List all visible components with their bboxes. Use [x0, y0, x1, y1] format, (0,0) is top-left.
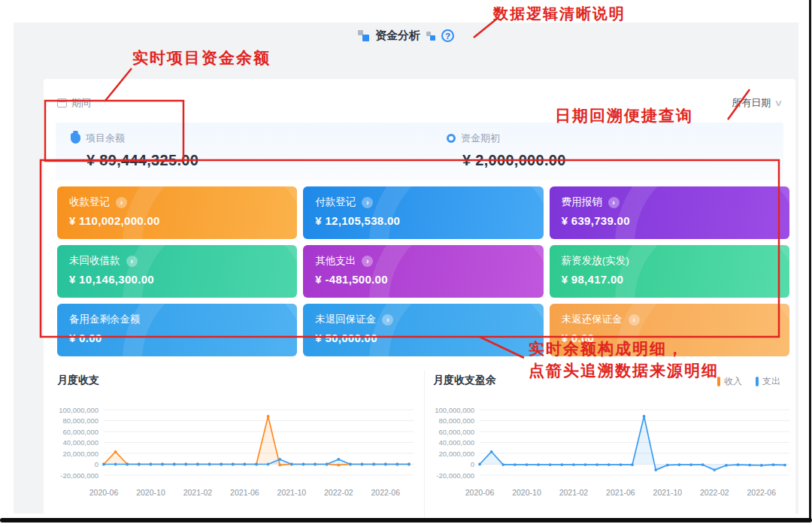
kpi-card-label: 未回收借款 — [69, 254, 120, 268]
annotation-detail-line2: 点箭头追溯数据来源明细 — [529, 360, 719, 381]
calendar-icon — [57, 98, 67, 108]
period-label: 期间 — [71, 96, 91, 110]
trace-arrow-icon[interactable]: › — [629, 314, 640, 326]
svg-text:2022-02: 2022-02 — [324, 488, 353, 497]
svg-text:0: 0 — [95, 460, 98, 468]
kpi-card-label: 薪资发放(实发) — [562, 254, 629, 268]
fund-analysis-card: 期间 所有日期 ∨ 项目余额 ¥ 89,444,325.00 资金期初 ¥ — [44, 79, 795, 527]
initial-fund-value: ¥ 2,000,000.00 — [462, 152, 566, 169]
annotation-data-logic: 数据逻辑清晰说明 — [493, 4, 626, 24]
svg-text:2021-02: 2021-02 — [559, 488, 589, 497]
kpi-card[interactable]: 未退回保证金›¥ 50,000.00 — [303, 304, 543, 356]
monthly-surplus-chart: 100,000,00080,000,00060,000,00040,000,00… — [433, 395, 792, 507]
kpi-card-value: ¥ -481,500.00 — [315, 273, 531, 286]
trace-arrow-icon[interactable]: › — [362, 197, 373, 208]
svg-text:2020-06: 2020-06 — [89, 488, 119, 497]
svg-text:2021-10: 2021-10 — [277, 488, 307, 497]
squares-icon — [358, 30, 369, 41]
window-border-right — [809, 0, 811, 519]
chart-title-monthly-surplus: 月度收支盈余 — [433, 374, 496, 387]
svg-text:2021-06: 2021-06 — [606, 488, 635, 497]
kpi-card-label: 其他支出 — [315, 254, 356, 268]
kpi-card[interactable]: 其他支出›¥ -481,500.00 — [303, 245, 543, 298]
dashboard-page: 资金分析 ? 期间 所有日期 ∨ 项目余额 ¥ 89,444,325.00 — [14, 23, 798, 513]
annotation-detail-line1: 实时余额构成明细， — [529, 338, 684, 359]
date-filter-dropdown[interactable]: 所有日期 ∨ — [732, 96, 782, 110]
kpi-card-label: 付款登记 — [315, 195, 356, 209]
squares-icon — [426, 32, 435, 41]
kpi-card-label: 未退回保证金 — [315, 313, 376, 326]
kpi-card-value: ¥ 639,739.00 — [562, 214, 777, 227]
kpi-card[interactable]: 薪资发放(实发)¥ 98,417.00 — [550, 245, 789, 298]
svg-text:2022-06: 2022-06 — [371, 488, 400, 497]
project-balance-value: ¥ 89,444,325.00 — [86, 152, 198, 169]
initial-fund-block: 资金期初 ¥ 2,000,000.00 — [447, 132, 566, 169]
kpi-card-value: ¥ 110,002,000.00 — [69, 214, 285, 227]
svg-text:2021-06: 2021-06 — [230, 488, 259, 497]
svg-text:2022-02: 2022-02 — [700, 488, 729, 497]
trace-arrow-icon[interactable]: › — [362, 256, 373, 267]
page-title: 资金分析 — [375, 29, 420, 43]
svg-text:2020-10: 2020-10 — [512, 488, 541, 497]
kpi-card-value: ¥ 98,417.00 — [562, 273, 777, 286]
legend-income-label: 收入 — [724, 375, 742, 388]
period-label-group: 期间 — [57, 96, 91, 110]
kpi-grid: 收款登记›¥ 110,002,000.00付款登记›¥ 12,105,538.0… — [57, 186, 789, 356]
annotation-date-query: 日期回溯便捷查询 — [555, 105, 693, 126]
trace-arrow-icon[interactable]: › — [382, 314, 393, 326]
kpi-card-value: ¥ 10,146,300.00 — [69, 273, 285, 286]
kpi-card-label: 收款登记 — [69, 195, 110, 209]
kpi-card-value: ¥ 50,000.00 — [315, 332, 531, 344]
kpi-card-label: 费用报销 — [562, 195, 602, 209]
chart-divider — [424, 371, 425, 517]
monthly-surplus-chart-svg: 100,000,00080,000,00060,000,00040,000,00… — [433, 395, 792, 507]
chevron-down-icon: ∨ — [774, 98, 783, 108]
monthly-flow-chart: 100,000,00080,000,00060,000,00040,000,00… — [57, 395, 417, 507]
chart-title-monthly-flow: 月度收支 — [57, 374, 99, 387]
svg-text:-20,000,000: -20,000,000 — [436, 471, 474, 480]
kpi-card-value: ¥ 0.00 — [69, 332, 285, 344]
legend-item-expense[interactable]: 支出 — [756, 375, 780, 388]
summary-banner: 项目余额 ¥ 89,444,325.00 资金期初 ¥ 2,000,000.00 — [56, 123, 783, 180]
svg-text:40,000,000: 40,000,000 — [62, 438, 98, 447]
project-balance-block: 项目余额 ¥ 89,444,325.00 — [71, 132, 198, 169]
money-bag-icon — [71, 133, 80, 144]
kpi-card-value: ¥ 12,105,538.00 — [315, 214, 531, 227]
svg-text:2020-06: 2020-06 — [465, 488, 495, 497]
kpi-card[interactable]: 付款登记›¥ 12,105,538.00 — [303, 186, 543, 239]
trace-arrow-icon[interactable]: › — [126, 256, 138, 267]
svg-text:60,000,000: 60,000,000 — [62, 428, 98, 436]
monthly-flow-chart-svg: 100,000,00080,000,00060,000,00040,000,00… — [57, 395, 417, 507]
kpi-card[interactable]: 收款登记›¥ 110,002,000.00 — [57, 186, 297, 239]
svg-text:80,000,000: 80,000,000 — [62, 416, 98, 425]
kpi-card[interactable]: 费用报销›¥ 639,739.00 — [550, 186, 789, 239]
svg-text:2020-10: 2020-10 — [136, 488, 165, 497]
trace-arrow-icon[interactable]: › — [116, 197, 127, 208]
svg-text:2021-02: 2021-02 — [183, 488, 213, 497]
expense-swatch-icon — [756, 377, 759, 386]
kpi-card[interactable]: 备用金剩余金额¥ 0.00 — [57, 304, 297, 356]
page-header: 资金分析 ? — [14, 29, 798, 43]
svg-text:0: 0 — [471, 460, 474, 468]
kpi-card-label: 未返还保证金 — [562, 313, 623, 326]
chart-legend: 收入 支出 — [717, 375, 780, 388]
help-icon[interactable]: ? — [441, 29, 454, 42]
project-balance-label: 项目余额 — [86, 132, 125, 145]
kpi-card[interactable]: 未回收借款›¥ 10,146,300.00 — [57, 245, 297, 298]
svg-text:80,000,000: 80,000,000 — [438, 416, 474, 425]
svg-text:100,000,000: 100,000,000 — [435, 406, 474, 414]
svg-text:2021-10: 2021-10 — [653, 488, 683, 497]
coin-icon — [447, 134, 456, 143]
legend-item-income[interactable]: 收入 — [717, 375, 742, 388]
svg-text:40,000,000: 40,000,000 — [438, 438, 474, 447]
kpi-card-label: 备用金剩余金额 — [69, 313, 141, 326]
annotation-realtime-balance: 实时项目资金余额 — [132, 47, 271, 68]
svg-text:2022-06: 2022-06 — [747, 488, 776, 497]
svg-text:100,000,000: 100,000,000 — [59, 406, 98, 414]
date-filter-value[interactable]: 所有日期 — [732, 96, 771, 110]
svg-text:-20,000,000: -20,000,000 — [60, 471, 98, 480]
window-border-bottom — [0, 518, 812, 522]
trace-arrow-icon[interactable]: › — [608, 197, 620, 208]
initial-fund-label: 资金期初 — [461, 132, 500, 145]
svg-text:20,000,000: 20,000,000 — [438, 450, 474, 458]
